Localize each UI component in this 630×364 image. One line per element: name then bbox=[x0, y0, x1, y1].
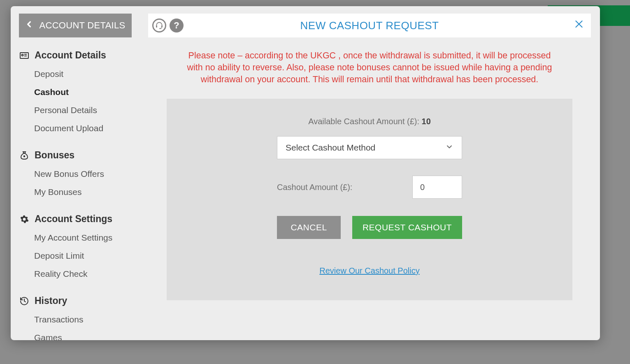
chevron-left-icon bbox=[25, 20, 33, 31]
sidebar: ACCOUNT DETAILS Account Details Deposit … bbox=[11, 6, 139, 340]
page-title: NEW CASHOUT REQUEST bbox=[148, 19, 591, 32]
back-label: ACCOUNT DETAILS bbox=[39, 20, 125, 31]
sidebar-item-reality-check[interactable]: Reality Check bbox=[19, 265, 132, 283]
nav-group-title: Account Details bbox=[19, 50, 132, 61]
money-bag-icon bbox=[19, 150, 30, 161]
content-area: Please note – according to the UKGC , on… bbox=[148, 37, 591, 300]
header-bar: ? NEW CASHOUT REQUEST bbox=[148, 14, 591, 37]
nav-group-account-settings: Account Settings My Account Settings Dep… bbox=[19, 213, 132, 283]
sidebar-item-transactions[interactable]: Transactions bbox=[19, 311, 132, 329]
sidebar-item-my-bonuses[interactable]: My Bonuses bbox=[19, 183, 132, 201]
nav-group-history: History Transactions Games bbox=[19, 295, 132, 340]
nav-group-title: History bbox=[19, 295, 132, 306]
back-to-account-details[interactable]: ACCOUNT DETAILS bbox=[19, 14, 132, 37]
cashout-method-select[interactable]: Select Cashout Method bbox=[277, 136, 462, 159]
sidebar-item-document-upload[interactable]: Document Upload bbox=[19, 119, 132, 137]
cashout-amount-label: Cashout Amount (£): bbox=[277, 183, 352, 192]
nav-group-title: Bonuses bbox=[19, 150, 132, 161]
sidebar-item-deposit[interactable]: Deposit bbox=[19, 65, 132, 83]
help-icon[interactable]: ? bbox=[170, 19, 184, 32]
available-cashout-value: 10 bbox=[422, 117, 431, 126]
sidebar-item-my-account-settings[interactable]: My Account Settings bbox=[19, 229, 132, 247]
svg-point-3 bbox=[22, 54, 23, 56]
warning-notice: Please note – according to the UKGC , on… bbox=[184, 50, 555, 86]
main-panel: ? NEW CASHOUT REQUEST Please note – acco… bbox=[139, 6, 600, 340]
account-modal: ACCOUNT DETAILS Account Details Deposit … bbox=[11, 6, 600, 340]
id-card-icon bbox=[19, 50, 30, 61]
history-icon bbox=[19, 296, 30, 306]
sidebar-item-new-bonus-offers[interactable]: New Bonus Offers bbox=[19, 165, 132, 183]
cashout-method-placeholder: Select Cashout Method bbox=[286, 143, 375, 153]
cashout-form: Available Cashout Amount (£): 10 Select … bbox=[167, 99, 572, 300]
chevron-down-icon bbox=[445, 143, 453, 153]
support-headset-icon[interactable] bbox=[152, 19, 166, 32]
gear-icon bbox=[19, 214, 30, 225]
sidebar-item-deposit-limit[interactable]: Deposit Limit bbox=[19, 247, 132, 265]
svg-rect-5 bbox=[156, 26, 157, 28]
nav-group-account-details: Account Details Deposit Cashout Personal… bbox=[19, 50, 132, 137]
sidebar-item-cashout[interactable]: Cashout bbox=[19, 83, 132, 101]
request-cashout-button[interactable]: REQUEST CASHOUT bbox=[352, 216, 462, 239]
close-button[interactable] bbox=[572, 17, 586, 34]
sidebar-item-personal-details[interactable]: Personal Details bbox=[19, 101, 132, 119]
svg-rect-6 bbox=[161, 26, 163, 28]
nav-group-bonuses: Bonuses New Bonus Offers My Bonuses bbox=[19, 150, 132, 201]
cashout-amount-input[interactable] bbox=[412, 176, 462, 199]
nav-group-title: Account Settings bbox=[19, 213, 132, 225]
review-cashout-policy-link[interactable]: Review Our Cashout Policy bbox=[319, 266, 419, 275]
cancel-button[interactable]: CANCEL bbox=[277, 216, 341, 239]
available-cashout-line: Available Cashout Amount (£): 10 bbox=[175, 117, 564, 126]
sidebar-item-games[interactable]: Games bbox=[19, 329, 132, 340]
